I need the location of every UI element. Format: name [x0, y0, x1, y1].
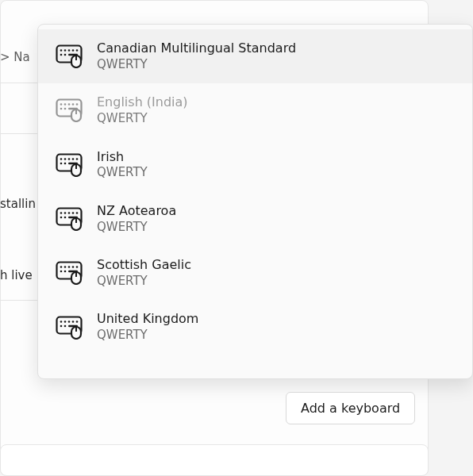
add-keyboard-button[interactable]: Add a keyboard — [286, 392, 415, 424]
keyboard-option-layout: QWERTY — [97, 328, 198, 344]
keyboard-option[interactable]: United Kingdom QWERTY — [38, 300, 472, 354]
keyboard-option[interactable]: Irish QWERTY — [38, 138, 472, 192]
keyboard-mouse-icon — [56, 44, 83, 69]
keyboard-option-title: English (India) — [97, 94, 188, 111]
keyboard-mouse-icon — [56, 152, 83, 178]
keyboard-option-layout: QWERTY — [97, 111, 188, 127]
keyboard-option[interactable]: Scottish Gaelic QWERTY — [38, 246, 472, 300]
divider — [0, 133, 38, 134]
divider — [0, 83, 38, 83]
keyboard-mouse-icon — [56, 260, 83, 286]
keyboard-mouse-icon — [56, 315, 83, 340]
keyboard-option-layout: QWERTY — [97, 57, 296, 73]
keyboard-option-title: NZ Aotearoa — [97, 203, 176, 220]
keyboard-option-texts: Irish QWERTY — [97, 149, 148, 181]
divider — [0, 300, 38, 301]
keyboard-option-texts: English (India) QWERTY — [97, 94, 188, 126]
keyboard-option-texts: Canadian Multilingual Standard QWERTY — [97, 40, 296, 72]
breadcrumb-fragment: > Na — [0, 50, 30, 64]
breadcrumb: > Na — [0, 44, 30, 70]
keyboard-option-title: United Kingdom — [97, 311, 198, 328]
keyboard-option-texts: Scottish Gaelic QWERTY — [97, 257, 191, 289]
keyboard-option-layout: QWERTY — [97, 165, 148, 181]
keyboard-flyout: Canadian Multilingual Standard QWERTY En… — [37, 24, 473, 379]
keyboard-option-title: Irish — [97, 149, 148, 166]
keyboard-option[interactable]: NZ Aotearoa QWERTY — [38, 192, 472, 246]
keyboard-option-title: Scottish Gaelic — [97, 257, 191, 274]
bg-text-fragment: stallin — [0, 197, 36, 211]
bg-text-fragment: h live — [0, 268, 33, 282]
keyboard-option-layout: QWERTY — [97, 220, 176, 236]
keyboard-option-title: Canadian Multilingual Standard — [97, 40, 296, 57]
keyboard-option[interactable]: English (India) QWERTY — [38, 83, 472, 137]
keyboard-option-layout: QWERTY — [97, 274, 191, 290]
keyboard-option[interactable]: Canadian Multilingual Standard QWERTY — [38, 29, 472, 83]
settings-card-bg — [0, 444, 429, 476]
keyboard-option-texts: United Kingdom QWERTY — [97, 311, 198, 343]
keyboard-mouse-icon — [56, 98, 83, 123]
keyboard-option-texts: NZ Aotearoa QWERTY — [97, 203, 176, 235]
keyboard-mouse-icon — [56, 206, 83, 232]
